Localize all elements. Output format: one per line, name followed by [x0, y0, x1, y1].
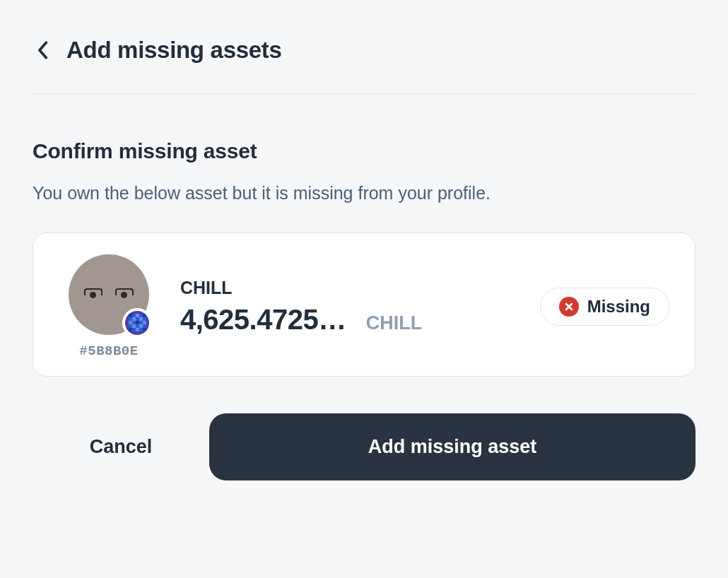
asset-card: #5B8B0E CHILL 4,625.4725… CHILL Missing — [33, 232, 695, 377]
avatar-column: #5B8B0E — [69, 254, 149, 359]
asset-name: CHILL — [180, 278, 509, 298]
asset-info: CHILL 4,625.4725… CHILL — [180, 278, 509, 336]
actions-row: Cancel Add missing asset — [33, 413, 695, 480]
page-title: Add missing assets — [66, 37, 282, 64]
status-text: Missing — [587, 297, 650, 317]
add-missing-asset-button[interactable]: Add missing asset — [209, 413, 695, 480]
asset-amount: 4,625.4725… — [180, 304, 346, 336]
chevron-left-icon — [37, 40, 48, 60]
status-badge: Missing — [540, 288, 669, 326]
section-subtitle: Confirm missing asset — [33, 139, 695, 163]
header: Add missing assets — [33, 37, 695, 94]
content: Confirm missing asset You own the below … — [33, 94, 695, 480]
amount-row: 4,625.4725… CHILL — [180, 304, 509, 336]
missing-icon — [559, 297, 579, 317]
section-description: You own the below asset but it is missin… — [33, 182, 695, 206]
chain-badge-icon — [122, 308, 152, 338]
asset-ticker: CHILL — [366, 312, 422, 334]
avatar-hex-code: #5B8B0E — [79, 343, 138, 359]
cancel-button[interactable]: Cancel — [33, 436, 209, 458]
avatar — [69, 254, 149, 335]
back-button[interactable] — [33, 40, 52, 60]
